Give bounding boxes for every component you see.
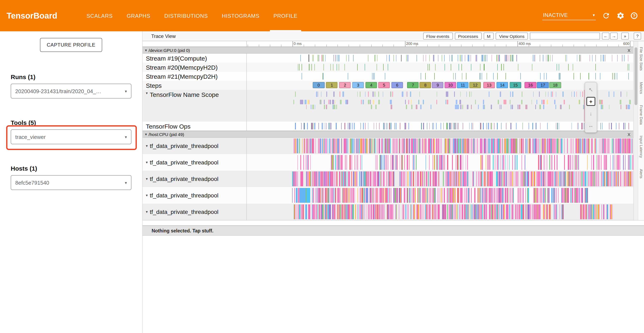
trace-event[interactable] bbox=[332, 100, 334, 104]
trace-event[interactable] bbox=[386, 123, 387, 130]
trace-event[interactable] bbox=[318, 188, 319, 202]
trace-event[interactable] bbox=[568, 64, 568, 70]
trace-event[interactable] bbox=[438, 188, 438, 202]
trace-event[interactable] bbox=[346, 155, 347, 170]
trace-event[interactable] bbox=[513, 55, 514, 62]
trace-event[interactable] bbox=[594, 172, 595, 186]
trace-event[interactable] bbox=[448, 172, 449, 186]
step-chip[interactable]: 16 bbox=[525, 82, 536, 88]
trace-event[interactable] bbox=[632, 139, 632, 153]
trace-event[interactable] bbox=[378, 92, 379, 97]
trace-event[interactable] bbox=[520, 172, 521, 186]
trace-event[interactable] bbox=[390, 204, 390, 219]
trace-event[interactable] bbox=[522, 204, 522, 219]
trace-event[interactable] bbox=[481, 204, 482, 219]
trace-event[interactable] bbox=[393, 139, 394, 153]
trace-event[interactable] bbox=[500, 105, 502, 109]
trace-event[interactable] bbox=[405, 100, 406, 104]
trace-event[interactable] bbox=[352, 155, 352, 170]
trace-event[interactable] bbox=[538, 172, 538, 186]
trace-event[interactable] bbox=[454, 188, 455, 202]
trace-event[interactable] bbox=[352, 123, 353, 130]
trace-event[interactable] bbox=[352, 139, 353, 153]
trace-event[interactable] bbox=[374, 172, 375, 186]
trace-event[interactable] bbox=[455, 73, 456, 80]
trace-event[interactable] bbox=[343, 188, 344, 202]
trace-event[interactable] bbox=[600, 123, 601, 130]
trace-event[interactable] bbox=[525, 155, 526, 170]
trace-event[interactable] bbox=[440, 188, 440, 202]
trace-event[interactable] bbox=[614, 172, 614, 186]
trace-event[interactable] bbox=[469, 139, 469, 153]
trace-event[interactable] bbox=[408, 155, 408, 170]
trace-event[interactable] bbox=[313, 139, 314, 153]
trace-event[interactable] bbox=[333, 155, 334, 170]
trace-event[interactable] bbox=[532, 100, 532, 104]
trace-event[interactable] bbox=[322, 123, 322, 130]
trace-event[interactable] bbox=[360, 139, 361, 153]
trace-event[interactable] bbox=[376, 64, 377, 70]
trace-event[interactable] bbox=[430, 204, 431, 219]
trace-event[interactable] bbox=[350, 123, 351, 130]
trace-event[interactable] bbox=[462, 139, 463, 153]
trace-event[interactable] bbox=[452, 204, 452, 219]
track-canvas[interactable] bbox=[246, 54, 633, 63]
trace-event[interactable] bbox=[352, 204, 352, 219]
trace-event[interactable] bbox=[571, 139, 571, 153]
trace-event[interactable] bbox=[601, 55, 601, 62]
trace-event[interactable] bbox=[438, 155, 438, 170]
trace-event[interactable] bbox=[312, 204, 312, 219]
trace-event[interactable] bbox=[432, 188, 433, 202]
trace-event[interactable] bbox=[345, 172, 346, 186]
trace-event[interactable] bbox=[438, 172, 438, 186]
trace-event[interactable] bbox=[438, 55, 438, 62]
trace-event[interactable] bbox=[416, 172, 416, 186]
step-chip[interactable]: 11 bbox=[457, 82, 469, 88]
trace-event[interactable] bbox=[526, 204, 527, 219]
trace-event[interactable] bbox=[570, 155, 571, 170]
step-chip[interactable]: 8 bbox=[420, 82, 431, 88]
nav-tab-profile[interactable]: PROFILE bbox=[266, 0, 304, 31]
trace-event[interactable] bbox=[518, 105, 518, 109]
trace-event[interactable] bbox=[313, 204, 314, 219]
trace-event[interactable] bbox=[616, 172, 617, 186]
trace-event[interactable] bbox=[302, 64, 302, 70]
trace-event[interactable] bbox=[576, 188, 577, 202]
trace-event[interactable] bbox=[337, 172, 337, 186]
trace-event[interactable] bbox=[565, 55, 566, 62]
trace-event[interactable] bbox=[554, 172, 554, 186]
trace-event[interactable] bbox=[411, 105, 412, 109]
trace-event[interactable] bbox=[456, 123, 456, 130]
trace-event[interactable] bbox=[460, 105, 462, 109]
trace-event[interactable] bbox=[460, 139, 460, 153]
trace-event[interactable] bbox=[358, 139, 358, 153]
trace-event[interactable] bbox=[530, 139, 531, 153]
trace-event[interactable] bbox=[379, 188, 380, 202]
trace-event[interactable] bbox=[299, 204, 300, 219]
trace-event[interactable] bbox=[328, 123, 328, 130]
trace-event[interactable] bbox=[548, 55, 548, 62]
trace-event[interactable] bbox=[606, 139, 607, 153]
toolbar-flow-events-button[interactable]: Flow events bbox=[423, 32, 452, 40]
trace-event[interactable] bbox=[550, 155, 550, 170]
trace-event[interactable] bbox=[496, 188, 498, 202]
trace-event[interactable] bbox=[495, 155, 495, 170]
trace-event[interactable] bbox=[346, 204, 347, 219]
trace-event[interactable] bbox=[482, 55, 483, 62]
trace-event[interactable] bbox=[345, 123, 345, 130]
trace-event[interactable] bbox=[453, 73, 454, 80]
trace-event[interactable] bbox=[497, 155, 498, 170]
trace-event[interactable] bbox=[535, 139, 536, 153]
trace-event[interactable] bbox=[336, 139, 336, 153]
trace-event[interactable] bbox=[563, 188, 564, 202]
trace-event[interactable] bbox=[574, 172, 574, 186]
trace-event[interactable] bbox=[346, 204, 346, 219]
trace-event[interactable] bbox=[620, 105, 622, 109]
trace-event[interactable] bbox=[618, 155, 619, 170]
trace-event[interactable] bbox=[388, 155, 388, 170]
trace-event[interactable] bbox=[621, 139, 622, 153]
trace-event[interactable] bbox=[492, 188, 493, 202]
trace-event[interactable] bbox=[441, 188, 442, 202]
trace-event[interactable] bbox=[592, 204, 592, 219]
trace-event[interactable] bbox=[376, 188, 377, 202]
